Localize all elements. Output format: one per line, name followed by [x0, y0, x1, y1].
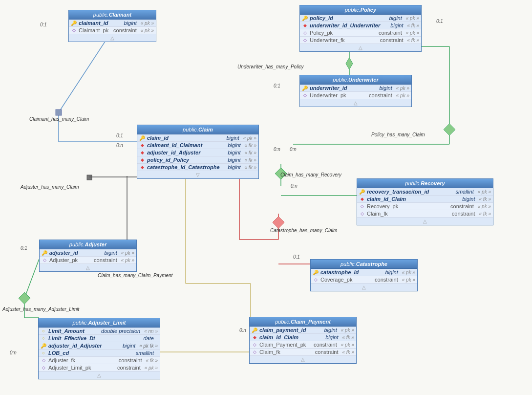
entity-claim-payment-header: public.Claim_Payment: [250, 317, 356, 327]
entity-al-footer: △: [39, 372, 160, 379]
constraint-icon: ◇: [302, 92, 308, 98]
pk-icon: 🔑: [252, 327, 257, 333]
entity-claimant-header: public.Claimant: [69, 10, 156, 20]
entity-underwriter-row-id: 🔑 underwriter_id bigint « pk »: [300, 85, 411, 92]
fk-icon: ◆: [139, 142, 145, 148]
cardinality-underwriter-0-n: 0:n: [274, 147, 280, 152]
nn-icon: ○: [41, 350, 46, 356]
constraint-icon: ◇: [359, 211, 365, 217]
fk-icon: ◆: [139, 150, 145, 155]
pk-icon: 🔑: [313, 269, 319, 275]
entity-adjuster[interactable]: public.Adjuster 🔑 adjuster_id bigint « p…: [39, 240, 137, 272]
entity-adjuster-row-id: 🔑 adjuster_id bigint « pk »: [40, 249, 136, 257]
svg-rect-3: [56, 110, 62, 115]
entity-cp-row-claim-id: ◆ claim_id_Claim bigint « fk »: [250, 334, 356, 341]
entity-cp-row-claim-fk: ◇ Claim_fk constraint « fk »: [250, 349, 356, 356]
entity-underwriter-row-pk: ◇ Underwriter_pk constraint « pk »: [300, 92, 411, 99]
cardinality-adjuster-0-1: 0:1: [21, 245, 27, 251]
constraint-icon: ◇: [359, 203, 365, 209]
svg-rect-14: [87, 175, 92, 180]
entity-recovery-header: public.Recovery: [357, 179, 493, 188]
svg-line-0: [59, 42, 105, 112]
svg-marker-9: [444, 124, 455, 135]
pk-icon: 🔑: [302, 85, 308, 91]
entity-policy-header: public.Policy: [300, 5, 421, 15]
constraint-icon: ◇: [41, 365, 46, 371]
relation-catastrophe-claim: Catastrophe_has_many_Claim: [270, 228, 337, 233]
relation-policy-claim: Policy_has_many_Claim: [371, 132, 425, 137]
relation-adjuster-adjusterlimit: Adjuster_has_many_Adjuster_Limit: [2, 307, 79, 312]
svg-marker-30: [19, 292, 30, 304]
pk-icon: 🔑: [359, 189, 365, 195]
entity-catastrophe-row-id: 🔑 catastrophe_id bigint « pk »: [311, 269, 417, 276]
cardinality-claim-left-0-1: 0:1: [116, 133, 123, 138]
constraint-icon: ◇: [41, 357, 46, 363]
relation-adjuster-claim: Adjuster_has_many_Claim: [21, 184, 79, 190]
entity-claim-payment[interactable]: public.Claim_Payment 🔑 claim_payment_id …: [249, 317, 357, 364]
entity-claim-row-claim_id: 🔑 claim_id bigint « pk »: [137, 134, 258, 142]
entity-catastrophe-row-pk: ◇ Coverage_pk constraint « pk »: [311, 276, 417, 284]
fk-icon: ◆: [139, 157, 145, 163]
cardinality-recovery-0-n: 0:n: [291, 183, 298, 189]
cardinality-underwriter-0-1: 0:1: [274, 83, 280, 88]
nn-icon: ○: [41, 328, 46, 334]
cardinality-policy-0-1: 0:1: [436, 19, 443, 24]
entity-al-row-lob_cd: ○ LOB_cd smallint: [39, 350, 160, 357]
constraint-icon: ◇: [42, 257, 47, 263]
pk-icon: 🔑: [139, 135, 145, 141]
entity-al-row-al-pk: ◇ Adjuster_Limit_pk constraint « pk »: [39, 364, 160, 372]
constraint-icon: ◇: [313, 277, 319, 283]
entity-adjuster-limit-header: public.Adjuster_Limit: [39, 318, 160, 328]
fk-icon: ◆: [139, 164, 145, 170]
entity-al-row-adjuster_id: 🔑 adjuster_id_Adjuster bigint « pk fk »: [39, 342, 160, 350]
pk-icon: 🔑: [71, 20, 77, 26]
cardinality-catastrophe-0-1: 0:1: [293, 254, 300, 260]
entity-al-row-limit_eff_dt: ○ Limit_Effective_Dt date: [39, 335, 160, 342]
entity-adjuster-footer: △: [40, 264, 136, 271]
svg-line-29: [24, 259, 39, 298]
diagram-canvas: 0:1 0:1 0:n 0:1 0:n 0:1 0:n 0:1 0:n 0:1 …: [0, 0, 532, 395]
nn-icon: ○: [41, 335, 46, 341]
entity-policy-row-underwriter-fk: ◇ Underwriter_fk constraint « fk »: [300, 37, 421, 44]
entity-catastrophe[interactable]: public.Catastrophe 🔑 catastrophe_id bigi…: [310, 259, 418, 291]
entity-policy-row-underwriter_id: ◆ underwriter_id_Underwriter bigint « fk…: [300, 22, 421, 29]
entity-adjuster-limit[interactable]: public.Adjuster_Limit ○ Limit_Amount dou…: [38, 318, 160, 379]
entity-claim[interactable]: public.Claim 🔑 claim_id bigint « pk » ◆ …: [137, 125, 259, 179]
cardinality-adjusterlimit-0-n: 0:n: [10, 350, 17, 355]
cardinality-policy-claim-0-n: 0:n: [290, 147, 297, 152]
entity-claimant-row-pk: ◇ Claimant_pk constraint « pk »: [69, 27, 156, 34]
cardinality-claimant-0-1: 0:1: [40, 22, 47, 27]
entity-policy-row-policy_id: 🔑 policy_id bigint « pk »: [300, 15, 421, 22]
entity-claim-row-policy: ◆ policy_id_Policy bigint « fk »: [137, 156, 258, 164]
entity-recovery-footer: △: [357, 218, 493, 225]
entity-adjuster-row-pk: ◇ Adjuster_pk constraint « pk »: [40, 257, 136, 264]
cardinality-claimpayment-0-n: 0:n: [239, 328, 246, 333]
entity-recovery-row-transaction_id: 🔑 recovery_transaciton_id smallint « pk …: [357, 188, 493, 196]
entity-claimant[interactable]: public.Claimant 🔑 claimant_id bigint « p…: [68, 10, 156, 42]
fk-icon: ◆: [252, 334, 257, 340]
entity-underwriter[interactable]: public.Underwriter 🔑 underwriter_id bigi…: [299, 75, 412, 107]
entity-cp-row-cp-pk: ◇ Claim_Payment_pk constraint « pk »: [250, 341, 356, 349]
relation-underwriter-policy: Underwriter_has_many_Policy: [237, 64, 304, 69]
entity-policy-row-policy-pk: ◇ Policy_pk constraint « pk »: [300, 29, 421, 37]
entity-claim-row-adjuster: ◆ adjuster_id_Adjuster bigint « fk »: [137, 149, 258, 156]
entity-claim-row-claimant: ◆ claimant_id_Claimant bigint « fk »: [137, 142, 258, 149]
entity-underwriter-footer: △: [300, 99, 411, 107]
entity-adjuster-header: public.Adjuster: [40, 240, 136, 249]
constraint-icon: ◇: [252, 349, 257, 355]
svg-marker-5: [346, 58, 353, 69]
fk-icon: ◆: [359, 196, 365, 202]
entity-policy[interactable]: public.Policy 🔑 policy_id bigint « pk » …: [299, 5, 422, 52]
entity-recovery-row-pk: ◇ Recovery_pk constraint « pk »: [357, 203, 493, 210]
entity-recovery-row-claim_id: ◆ claim_id_Claim bigint « fk »: [357, 196, 493, 203]
entity-policy-footer: △: [300, 44, 421, 51]
entity-cp-footer: △: [250, 356, 356, 363]
entity-claim-header: public.Claim: [137, 125, 258, 134]
constraint-icon: ◇: [302, 37, 308, 43]
entity-recovery-row-claim-fk: ◇ Claim_fk constraint « fk »: [357, 210, 493, 218]
cardinality-claim-left-0-n: 0:n: [116, 143, 123, 148]
constraint-icon: ◇: [71, 27, 77, 33]
entity-claimant-row-claimant_id: 🔑 claimant_id bigint « pk »: [69, 20, 156, 27]
entity-catastrophe-header: public.Catastrophe: [311, 260, 417, 269]
entity-recovery[interactable]: public.Recovery 🔑 recovery_transaciton_i…: [357, 178, 493, 225]
